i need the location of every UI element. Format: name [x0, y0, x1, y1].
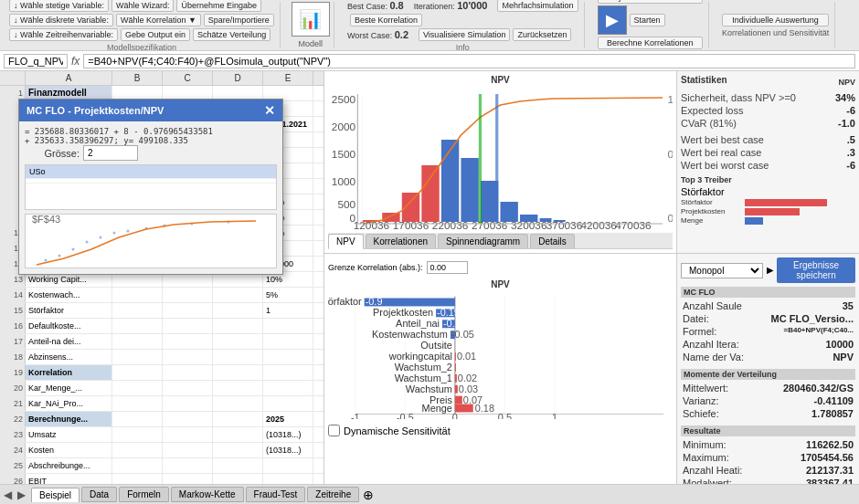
svg-rect-60 [455, 363, 456, 372]
svg-rect-57 [455, 352, 456, 361]
sheet-tab-formeln[interactable]: Formeln [119, 487, 169, 502]
sheet-tab-data[interactable]: Data [81, 487, 117, 502]
btn-mehrfach[interactable]: Mehrfachsimulation [497, 0, 578, 12]
svg-text:-0.19: -0.19 [437, 307, 460, 318]
dialog-body: = 235688.80336017 + 8 - 0.976965433581 +… [19, 121, 282, 274]
stats-row: Expected loss -6 [681, 104, 855, 117]
chart-title: NPV [328, 75, 673, 85]
btn-schaetze[interactable]: Schätze Verteilung [193, 28, 270, 41]
right-row: Varianz: -0.41109 [681, 394, 855, 407]
svg-text:Wachstum_2: Wachstum_2 [395, 362, 452, 373]
svg-text:0.01: 0.01 [457, 351, 476, 362]
driver-bar-projektkosten [745, 208, 800, 215]
add-sheet-icon[interactable]: ⊕ [363, 488, 374, 502]
right-row: Datei: MC FLO_Versio... [681, 312, 855, 325]
svg-point-75 [58, 255, 61, 257]
label-info: Info [347, 43, 578, 52]
npv-chart: NPV 2500 2000 1500 1000 500 0 1 0.6 0 [324, 71, 676, 253]
table-row: 18 Abzinsens... [0, 350, 323, 365]
svg-text:Kostenwachstum: Kostenwachstum [372, 329, 448, 340]
col-a-header: A [26, 71, 112, 85]
btn-analyse[interactable]: Analyse statistische Daten [598, 0, 704, 4]
sheet-tab-zeitreihe[interactable]: Zeitreihe [307, 487, 359, 502]
list-item-empty[interactable] [26, 179, 276, 184]
table-row: 14 Kostenwach... 5% [0, 288, 323, 303]
tab-korrelationen[interactable]: Korrelationen [366, 234, 436, 248]
driver-bar-menge [745, 217, 763, 225]
right-row: Anzahl Saule 35 [681, 299, 855, 312]
function-icon: fx [71, 55, 80, 68]
stats-row: Wert bei worst case -6 [681, 159, 855, 172]
statistics-panel: Statistiken NPV Sicherheit, dass NPV >=0… [676, 71, 859, 253]
corr-row: Grenze Korrelation (abs.): [328, 261, 468, 274]
tab-npv[interactable]: NPV [328, 234, 364, 249]
svg-text:470036: 470036 [615, 220, 652, 231]
chart-top: NPV 2500 2000 1500 1000 500 0 1 0.6 0 [324, 71, 859, 254]
scenario-row: Monopol Wettbewerb Hybrid ▶ Ergebnisse s… [681, 257, 855, 283]
stats-row: Wert bei best case .5 [681, 133, 855, 146]
svg-text:Wachstum: Wachstum [406, 383, 452, 394]
sheet-nav-right[interactable]: ▶ [17, 488, 26, 501]
dialog-close-button[interactable]: ✕ [264, 103, 275, 118]
svg-text:0.6: 0.6 [668, 149, 673, 160]
svg-text:220036: 220036 [432, 220, 469, 231]
table-row: 19 Korrelation [0, 365, 323, 381]
btn-uebernehme[interactable]: Übernehme Eingabe [176, 0, 261, 12]
sheet-nav-left[interactable]: ◀ [4, 488, 12, 501]
svg-text:500: 500 [337, 199, 355, 210]
label-modellspezifikation: Modellspezifikation [9, 43, 274, 52]
row-num-header [0, 71, 26, 85]
btn-wizard[interactable]: Wähle Wizard: [111, 0, 175, 12]
btn-beste-korrelation[interactable]: Beste Korrelation [350, 14, 422, 26]
table-row: 21 Kar_NAi_Pro... [0, 396, 323, 412]
btn-starten[interactable]: Starten [630, 14, 665, 26]
svg-rect-30 [495, 94, 498, 224]
dynamic-sensitivity-checkbox[interactable] [328, 425, 340, 436]
right-panel: Monopol Wettbewerb Hybrid ▶ Ergebnisse s… [676, 254, 859, 484]
dialog-list[interactable]: USo [25, 164, 277, 210]
size-input[interactable] [83, 145, 138, 161]
table-row: 16 Defaultkoste... [0, 319, 323, 334]
btn-output[interactable]: Gebe Output ein [121, 28, 190, 41]
sheet-tab-beispiel[interactable]: Beispiel [31, 488, 80, 502]
btn-zuruecksetzen[interactable]: Zurücksetzen [513, 28, 571, 41]
toolbar-group-statistik: Analyse statistische Daten ▶ Starten Ber… [592, 2, 710, 48]
svg-text:1: 1 [668, 94, 673, 105]
dialog-formula: = 235688.80336017 + 8 - 0.976965433581 [25, 127, 277, 136]
dialog-chart: $F$43 [26, 215, 276, 268]
sheet-tab-fraud[interactable]: Fraud-Test [246, 487, 306, 502]
right-row: Mittelwert: 280460.342/GS [681, 382, 855, 394]
svg-text:-0.13: -0.13 [443, 318, 466, 329]
btn-individuelle[interactable]: Individuelle Auswertung [722, 14, 829, 26]
toolbar-group-model: ↓ Wähle stetige Variable: Wähle Wizard: … [4, 2, 281, 48]
svg-text:1000: 1000 [332, 176, 355, 187]
driver-row: Störfaktor [681, 198, 855, 206]
corr-input[interactable] [427, 261, 468, 274]
cell-reference[interactable] [4, 54, 68, 68]
right-row: Anzahl Itera: 10000 [681, 338, 855, 351]
btn-zeitreihe[interactable]: ↓ Wähle Zeitreihenvariable: [9, 28, 118, 41]
sheet-tab-markow[interactable]: Markow-Kette [171, 487, 244, 502]
table-row: 24 Kosten (10318...) [0, 443, 323, 458]
col-d-header: D [213, 71, 263, 85]
btn-korrelation[interactable]: Wähle Korrelation ▼ [116, 14, 201, 26]
svg-text:2000: 2000 [332, 121, 355, 132]
svg-rect-16 [501, 202, 518, 222]
dynamic-sensitivity-label: Dynamische Sensitivität [344, 425, 451, 436]
btn-spare[interactable]: Spare/Importiere [204, 14, 274, 26]
list-item-uso[interactable]: USo [26, 165, 276, 179]
formula-input[interactable] [83, 54, 855, 68]
tab-details[interactable]: Details [530, 234, 575, 248]
col-b-header: B [112, 71, 163, 85]
save-results-button[interactable]: Ergebnisse speichern [777, 257, 855, 283]
btn-diskrete-variable[interactable]: ↓ Wähle diskrete Variable: [9, 14, 113, 26]
svg-text:Anteil_nai: Anteil_nai [396, 318, 440, 329]
driver-bar-stoerfaktor [745, 199, 827, 206]
tab-spinnendiagramm[interactable]: Spinnendiagramm [438, 234, 528, 248]
scenario-select[interactable]: Monopol Wettbewerb Hybrid [681, 263, 763, 278]
btn-berechne-korr[interactable]: Berechne Korrelationen [598, 37, 704, 49]
btn-stetige-variable[interactable]: ↓ Wähle stetige Variable: [9, 0, 109, 12]
btn-visualisiere[interactable]: Visualisiere Simulation [419, 28, 510, 41]
svg-rect-29 [479, 94, 482, 224]
ergebnisse-label: ▶ [767, 266, 773, 275]
